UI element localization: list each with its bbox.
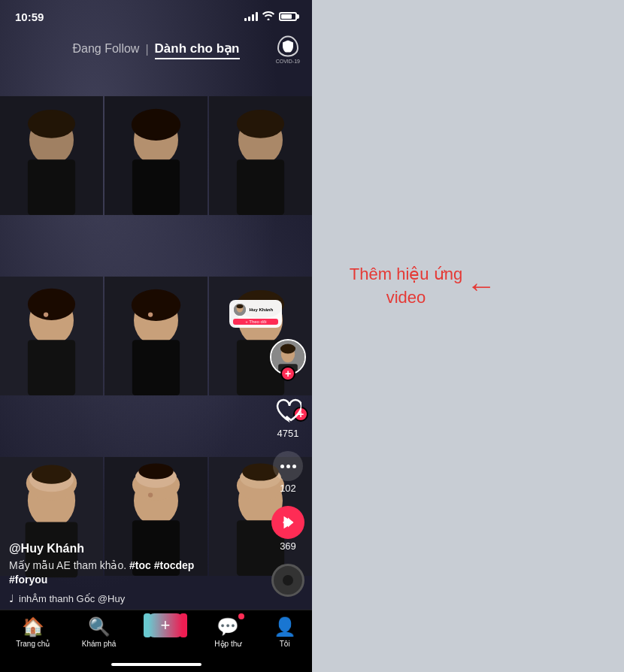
battery-icon bbox=[279, 12, 297, 21]
grid-cell-1 bbox=[0, 66, 103, 245]
nav-profile[interactable]: 👤 Tôi bbox=[274, 616, 296, 648]
comment-icon bbox=[273, 451, 303, 481]
video-grid: Huy Khánh + Theo dõi + bbox=[0, 66, 312, 606]
creator-username[interactable]: @Huy Khánh bbox=[9, 542, 267, 555]
status-time: 10:59 bbox=[15, 11, 44, 23]
covid-label: COVID-19 bbox=[276, 59, 300, 64]
grid-cell-5 bbox=[105, 247, 207, 425]
video-description: Mấy mẫu AE tham khảo. #toc #tocdep #fory… bbox=[9, 558, 267, 588]
home-indicator bbox=[111, 663, 201, 666]
video-info: @Huy Khánh Mấy mẫu AE tham khảo. #toc #t… bbox=[9, 542, 267, 604]
status-bar: 10:59 bbox=[0, 0, 312, 33]
nav-inbox[interactable]: 💬 Hộp thư bbox=[214, 616, 241, 648]
covid-shield-button[interactable]: COVID-19 bbox=[276, 36, 300, 64]
svg-point-36 bbox=[32, 465, 71, 484]
annotation-text: Thêm hiệu ứng video bbox=[338, 263, 474, 310]
comment-button[interactable]: 102 bbox=[273, 451, 303, 494]
grid-cell-3 bbox=[209, 66, 312, 245]
music-info[interactable]: ♩ inhÂm thanh Gốc @Huy bbox=[9, 592, 267, 604]
inbox-label: Hộp thư bbox=[214, 640, 241, 648]
status-icons bbox=[244, 11, 297, 23]
for-you-tab[interactable]: Dành cho bạn bbox=[155, 41, 240, 59]
create-button[interactable]: + bbox=[148, 613, 183, 637]
svg-point-22 bbox=[132, 289, 180, 321]
music-disc[interactable] bbox=[271, 564, 304, 597]
svg-point-17 bbox=[28, 289, 75, 320]
wifi-icon bbox=[262, 11, 274, 23]
search-label: Khám phá bbox=[82, 640, 117, 648]
svg-marker-57 bbox=[288, 518, 293, 528]
svg-rect-9 bbox=[105, 96, 207, 215]
svg-point-44 bbox=[148, 492, 153, 497]
signal-icon bbox=[244, 12, 258, 21]
svg-point-53 bbox=[280, 344, 295, 354]
svg-point-42 bbox=[138, 463, 173, 479]
phone-frame: Huy Khánh + Theo dõi + bbox=[0, 0, 312, 672]
like-count: 4751 bbox=[277, 428, 299, 439]
svg-rect-4 bbox=[0, 96, 103, 215]
inbox-badge bbox=[238, 613, 244, 619]
share-count: 369 bbox=[280, 540, 296, 552]
comment-count: 102 bbox=[280, 483, 296, 494]
share-button[interactable]: 369 bbox=[271, 506, 304, 552]
profile-label: Tôi bbox=[280, 640, 290, 648]
nav-home[interactable]: 🏠 Trang chủ bbox=[16, 616, 50, 648]
nav-search[interactable]: 🔍 Khám phá bbox=[82, 616, 117, 648]
profile-icon: 👤 bbox=[274, 616, 296, 637]
following-tab[interactable]: Đang Follow bbox=[72, 42, 139, 57]
top-navigation: Đang Follow | Dành cho bạn COVID-19 bbox=[0, 33, 312, 66]
creator-avatar[interactable]: + bbox=[270, 339, 306, 375]
svg-rect-14 bbox=[209, 96, 312, 215]
side-panel: + 4751 102 bbox=[270, 339, 306, 597]
svg-point-24 bbox=[148, 312, 153, 316]
annotation-container: Thêm hiệu ứng video ← bbox=[338, 263, 496, 310]
share-icon bbox=[271, 506, 304, 539]
grid-cell-2 bbox=[105, 66, 207, 245]
home-label: Trang chủ bbox=[16, 640, 50, 648]
grid-cell-4 bbox=[0, 247, 103, 425]
svg-point-31 bbox=[237, 304, 244, 308]
search-icon: 🔍 bbox=[88, 616, 111, 637]
music-label: inhÂm thanh Gốc @Huy bbox=[19, 593, 125, 604]
like-button[interactable]: 4751 bbox=[271, 393, 304, 439]
nav-create[interactable]: + bbox=[148, 613, 183, 637]
home-icon: 🏠 bbox=[22, 616, 44, 637]
annotation-arrow: ← bbox=[466, 269, 496, 303]
nav-tabs: Đang Follow | Dành cho bạn bbox=[72, 41, 239, 59]
follow-plus-button[interactable]: + bbox=[280, 366, 295, 381]
svg-rect-18 bbox=[28, 340, 75, 395]
svg-point-19 bbox=[44, 312, 48, 316]
svg-rect-23 bbox=[132, 340, 180, 395]
inbox-icon: 💬 bbox=[217, 616, 239, 637]
